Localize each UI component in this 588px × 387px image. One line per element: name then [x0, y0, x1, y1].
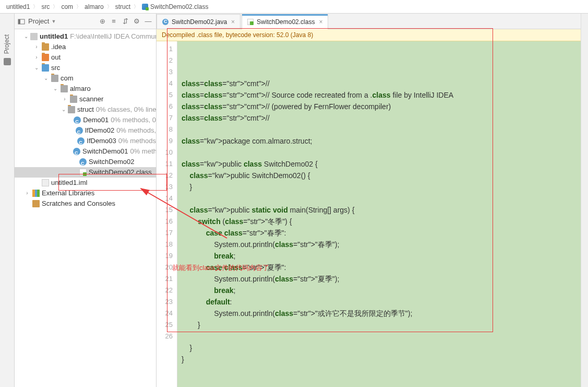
package-icon [61, 85, 68, 92]
editor-tabs: SwitchDemo02.java× SwitchDemo02.class× [157, 14, 588, 29]
tree-label: Demo01 [83, 115, 109, 125]
chevron-down-icon[interactable]: ⌄ [43, 73, 49, 84]
tree-label: untitled1.iml [51, 178, 87, 188]
tree-out[interactable]: ›out [15, 52, 156, 63]
chevron-right-icon: 〉 [76, 3, 81, 10]
tree-label: almaro [70, 84, 91, 94]
tree-scanner[interactable]: ›scanner [15, 94, 156, 104]
tree-label: Scratches and Consoles [42, 198, 115, 209]
project-tool-tab[interactable]: Project [3, 34, 10, 54]
code-content[interactable]: class=class="str">"cmt">//class=class="s… [177, 41, 588, 387]
chevron-down-icon[interactable]: ⌄ [24, 31, 28, 42]
chevron-right-icon[interactable]: › [33, 42, 40, 52]
decompile-banner: Decompiled .class file, bytecode version… [157, 29, 588, 41]
package-icon [51, 75, 58, 82]
tree-struct[interactable]: ⌄struct0% classes, 0% lines [15, 104, 156, 115]
chevron-down-icon[interactable]: ▼ [51, 19, 56, 24]
scratch-icon [32, 200, 40, 207]
chevron-right-icon[interactable]: › [62, 94, 68, 104]
project-icon [18, 18, 25, 25]
tree-label: com [61, 73, 74, 84]
tree-hint: 0% methods [118, 136, 156, 146]
tree-hint: 0% methods, [116, 125, 156, 136]
tree-root[interactable]: ⌄untitled1F:\idea\IntelliJ IDEA Communit… [15, 31, 156, 42]
collapse-all-icon[interactable]: ⇵ [121, 17, 130, 26]
annotation-text: 就能看到class文件的代码内容了 [172, 263, 269, 273]
chevron-right-icon[interactable]: › [33, 52, 40, 63]
tree-label: out [51, 52, 61, 63]
chevron-down-icon[interactable]: ⌄ [33, 63, 40, 73]
chevron-right-icon: 〉 [107, 3, 112, 10]
project-header: Project ▼ ⊕ ≡ ⇵ ⚙ — [15, 14, 156, 29]
line-gutter: 1234567891011121314151617181920212223242… [157, 41, 177, 387]
chevron-down-icon[interactable]: ⌄ [62, 104, 66, 115]
class-icon [79, 158, 87, 166]
tree-switchdemo01[interactable]: SwitchDemo010% meth [15, 146, 156, 157]
module-icon [30, 33, 38, 40]
tree-ext-libs[interactable]: ›External Libraries [15, 188, 156, 198]
bc-almaro[interactable]: almaro [82, 3, 106, 10]
select-open-file-icon[interactable]: ⊕ [98, 17, 107, 26]
svg-rect-1 [18, 19, 20, 24]
tab-java[interactable]: SwitchDemo02.java× [157, 14, 241, 29]
tree-switchdemo02[interactable]: SwitchDemo02 [15, 157, 156, 167]
bc-com[interactable]: com [59, 3, 75, 10]
project-view-selector[interactable]: Project [28, 17, 49, 25]
chevron-right-icon[interactable]: › [24, 188, 30, 198]
tree-idea[interactable]: ›.idea [15, 42, 156, 52]
hide-button[interactable]: — [143, 17, 153, 26]
bc-untitled1[interactable]: untitled1 [4, 3, 32, 10]
tree-hint: F:\idea\IntelliJ IDEA Community [70, 31, 156, 42]
src-folder-icon [42, 64, 49, 72]
bc-src[interactable]: src [39, 3, 52, 10]
tree-iml[interactable]: untitled1.iml [15, 178, 156, 188]
folder-icon [42, 54, 49, 61]
bc-struct[interactable]: struct [113, 3, 133, 10]
class-icon [74, 116, 81, 124]
tool-window-stripe: Project [0, 14, 15, 387]
tab-class[interactable]: SwitchDemo02.class× [242, 14, 328, 29]
tree-scratches[interactable]: Scratches and Consoles [15, 198, 156, 209]
project-tool-window: Project ▼ ⊕ ≡ ⇵ ⚙ — ⌄untitled1F:\idea\In… [15, 14, 157, 387]
project-tree[interactable]: ⌄untitled1F:\idea\IntelliJ IDEA Communit… [15, 29, 156, 211]
tree-demo01[interactable]: Demo010% methods, 0 [15, 115, 156, 125]
tab-label: SwitchDemo02.java [172, 18, 227, 26]
tree-label: scanner [79, 94, 103, 104]
tree-ifdemo02[interactable]: IfDemo020% methods, [15, 125, 156, 136]
tree-label: struct [77, 104, 94, 115]
class-file-icon [247, 19, 254, 25]
tree-almaro[interactable]: ⌄almaro [15, 84, 156, 94]
tree-label: SwitchDemo02.class [89, 167, 152, 178]
tree-hint: 0% classes, 0% lines [96, 104, 156, 115]
code-editor[interactable]: 1234567891011121314151617181920212223242… [157, 41, 588, 387]
tree-switchdemo02-class[interactable]: SwitchDemo02.class [15, 167, 156, 178]
package-icon [68, 106, 75, 113]
tree-label: untitled1 [40, 31, 68, 42]
error-stripe[interactable] [581, 14, 588, 387]
chevron-down-icon[interactable]: ⌄ [52, 84, 58, 94]
editor-area: SwitchDemo02.java× SwitchDemo02.class× D… [157, 14, 588, 387]
tree-label: External Libraries [42, 188, 94, 198]
tree-hint: 0% meth [130, 146, 156, 157]
iml-file-icon [42, 179, 49, 186]
expand-all-icon[interactable]: ≡ [109, 17, 118, 26]
tree-src[interactable]: ⌄src [15, 63, 156, 73]
bc-file[interactable]: SwitchDemo02.class [140, 3, 210, 10]
tree-hint: 0% methods, 0 [111, 115, 156, 125]
close-icon[interactable]: × [319, 18, 322, 26]
close-icon[interactable]: × [231, 18, 235, 26]
tree-com[interactable]: ⌄com [15, 73, 156, 84]
tree-label: src [51, 63, 60, 73]
class-icon [76, 127, 83, 134]
chevron-right-icon: 〉 [33, 3, 38, 10]
structure-tool-tab[interactable] [4, 58, 11, 65]
chevron-right-icon: 〉 [134, 3, 139, 10]
breadcrumb: untitled1〉 src〉 com〉 almaro〉 struct〉 Swi… [0, 0, 588, 14]
tree-label: IfDemo02 [85, 125, 114, 136]
settings-gear-icon[interactable]: ⚙ [132, 17, 141, 26]
folder-icon [42, 43, 49, 51]
tree-label: .idea [51, 42, 66, 52]
tree-ifdemo03[interactable]: IfDemo030% methods [15, 136, 156, 146]
package-icon [70, 96, 77, 103]
tree-label: SwitchDemo02 [89, 157, 134, 167]
